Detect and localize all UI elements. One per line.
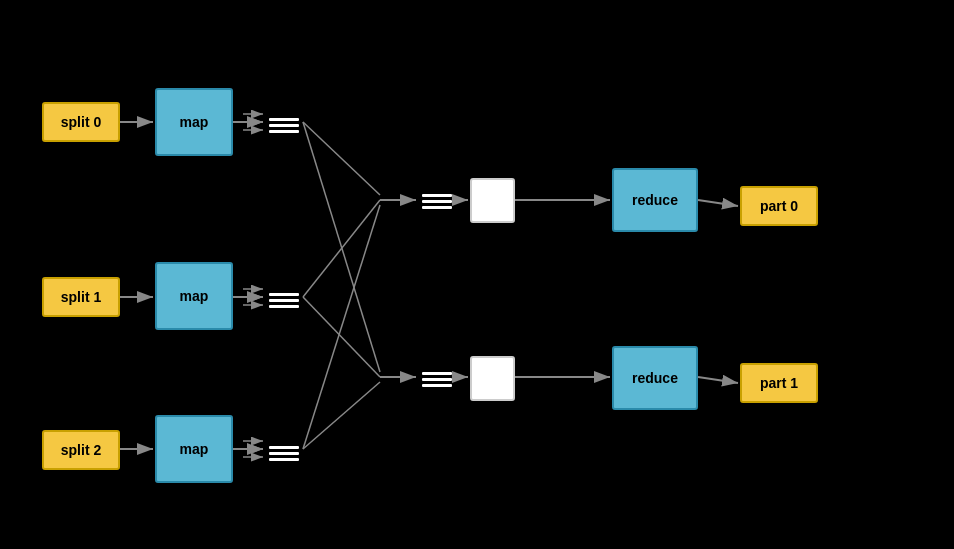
svg-line-21 xyxy=(303,297,380,377)
svg-line-29 xyxy=(698,377,738,383)
shuffle-box-0 xyxy=(470,178,515,223)
reduce-1-input-lines xyxy=(418,354,456,404)
map-output-lines-2 xyxy=(265,428,303,478)
arrows-overlay xyxy=(0,0,954,549)
diagram: split 0 split 1 split 2 map map map xyxy=(0,0,954,549)
svg-line-16 xyxy=(303,122,380,195)
part-1-box: part 1 xyxy=(740,363,818,403)
map-0-box: map xyxy=(155,88,233,156)
reduce-0-input-lines xyxy=(418,176,456,226)
shuffle-box-1 xyxy=(470,356,515,401)
svg-line-17 xyxy=(303,200,380,297)
svg-line-18 xyxy=(303,205,380,449)
split-0-box: split 0 xyxy=(42,102,120,142)
svg-line-20 xyxy=(303,122,380,372)
map-output-lines-1 xyxy=(265,275,303,325)
part-0-box: part 0 xyxy=(740,186,818,226)
map-output-lines-0 xyxy=(265,100,303,150)
reduce-1-box: reduce xyxy=(612,346,698,410)
svg-line-22 xyxy=(303,382,380,449)
svg-line-28 xyxy=(698,200,738,206)
split-2-box: split 2 xyxy=(42,430,120,470)
map-1-box: map xyxy=(155,262,233,330)
map-2-box: map xyxy=(155,415,233,483)
reduce-0-box: reduce xyxy=(612,168,698,232)
split-1-box: split 1 xyxy=(42,277,120,317)
